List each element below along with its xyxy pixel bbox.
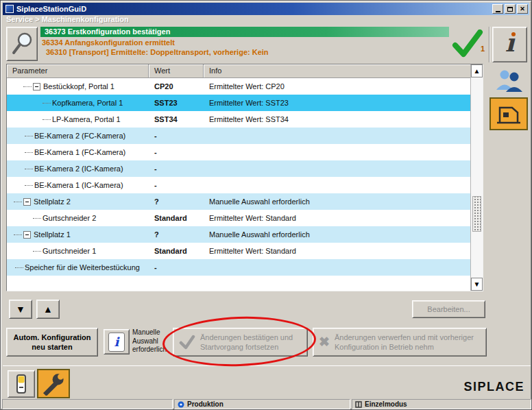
app-window: SiplaceStationGuiD Service > Maschinenko… [0,0,532,410]
status-production: Produktion [174,399,350,409]
scroll-up-button[interactable]: ▲ [471,64,483,77]
wert-value: SST23 [149,95,204,111]
info-value [204,177,471,193]
param-label: Stellplatz 2 [34,197,71,206]
einzelmodus-icon [355,401,362,408]
tree-line [25,136,33,136]
param-label: Stellplatz 1 [34,230,71,239]
tree-line [25,169,33,169]
param-label: Bestückkopf, Portal 1 [43,82,114,91]
x-icon: ✖ [319,334,330,351]
column-header-info[interactable]: Info [204,64,471,78]
tree-line [15,267,23,268]
param-label: Speicher für die Weiterbestückung [25,263,140,272]
minimize-button[interactable] [492,4,503,14]
wert-value: SST34 [149,111,204,128]
wert-value: - [149,144,204,160]
message-banner: 36373 Erstkonfiguration bestätigen [40,27,449,37]
column-header-wert[interactable]: Wert [149,64,204,78]
users-icon [494,68,524,93]
confirm-check-icon [452,29,483,58]
table-row[interactable]: Stellplatz 1 ? Manuelle Auswahl erforder… [7,226,471,243]
tree-line [43,103,51,104]
station-icon [494,101,523,126]
wert-value: Standard [149,243,204,259]
manual-info-button[interactable]: i [104,329,130,354]
station-config-button[interactable] [489,97,528,130]
wert-value: - [149,259,204,276]
collapse-icon[interactable] [33,83,40,91]
info-value: Ermittelter Wert: Standard [204,210,471,226]
table-row[interactable]: LP-Kamera, Portal 1 SST34 Ermittelter We… [7,111,471,128]
info-value: Manuelle Auswahl erforderlich [204,193,471,210]
table-row[interactable]: BE-Kamera 2 (FC-Kamera) - [7,128,471,144]
tree-line [33,218,41,219]
siplace-logo: SIPLACE [463,380,524,394]
down-triangle-icon: ▼ [16,304,25,315]
divider [489,27,490,62]
table-body: Bestückkopf, Portal 1 CP20 Ermittelter W… [7,78,471,291]
table-row[interactable]: BE-Kamera 2 (IC-Kamera) - [7,160,471,177]
table-row[interactable]: Speicher für die Weiterbestückung - [7,259,471,276]
wert-value: - [149,177,204,193]
wert-value: Standard [149,210,204,226]
scroll-thumb[interactable] [472,196,481,232]
info-value: Ermittelter Wert: SST23 [204,95,471,111]
title-bar[interactable]: SiplaceStationGuiD [3,3,529,15]
service-tab-button[interactable] [37,369,70,398]
table-row[interactable]: Bestückkopf, Portal 1 CP20 Ermittelter W… [7,78,471,95]
maximize-button[interactable] [505,4,516,14]
operators-button[interactable] [492,67,527,94]
info-value [204,128,471,144]
magnifier-button[interactable] [6,27,38,61]
table-row[interactable]: BE-Kamera 1 (FC-Kamera) - [7,144,471,160]
setup-tab-button[interactable] [8,370,35,398]
minimize-icon [496,11,500,12]
collapse-icon[interactable] [23,198,31,206]
close-button[interactable] [517,4,528,14]
scrollbar-track[interactable]: ▲ ▼ [470,64,483,291]
row-up-button[interactable]: ▲ [36,300,60,319]
check-count: 1 [481,45,485,53]
confirm-changes-button[interactable]: Änderungen bestätigen und Startvorgang f… [173,328,308,357]
status-empty [2,399,173,409]
wrench-icon [42,372,65,396]
app-icon [5,5,14,13]
param-label: BE-Kamera 2 (IC-Kamera) [34,165,123,173]
status-mode: Einzelmodus [352,399,531,409]
param-label: BE-Kamera 1 (IC-Kamera) [34,181,123,189]
produktion-icon [178,401,184,408]
collapse-icon[interactable] [23,231,31,239]
info-value: Ermittelter Wert: SST34 [204,111,471,128]
param-label: Gurtschneider 1 [43,247,96,255]
bottom-bar [3,365,531,398]
scroll-down-button[interactable]: ▼ [471,278,483,291]
up-triangle-icon: ▲ [43,304,53,315]
info-value: Ermittelter Wert: CP20 [204,78,471,95]
wert-value: ? [149,193,204,210]
edit-button[interactable]: Bearbeiten... [412,300,485,318]
info-button[interactable]: ı [492,27,527,62]
row-down-button[interactable]: ▼ [9,300,32,319]
param-label: LP-Kamera, Portal 1 [52,115,121,123]
status-mode-label: Einzelmodus [365,400,407,408]
param-label: Kopfkamera, Portal 1 [52,99,123,107]
discard-changes-button[interactable]: ✖ Änderungen verwerfen und mit vorherige… [313,328,487,357]
tree-line [14,202,22,202]
table-row[interactable]: Gurtschneider 1 Standard Ermittelter Wer… [7,243,471,259]
table-row-selected[interactable]: Kopfkamera, Portal 1 SST23 Ermittelter W… [7,95,471,111]
parameter-table: Parameter Wert Info Bestückkopf, Portal … [6,64,483,291]
maximize-icon [507,7,513,12]
message-line-2: 36334 Anfangskonfiguration ermittelt [42,38,175,47]
breadcrumb: Service > Maschinenkonfiguration [3,15,529,25]
table-row[interactable]: Stellplatz 2 ? Manuelle Auswahl erforder… [7,193,471,210]
restart-config-button[interactable]: Autom. Konfiguration neu starten [6,328,98,357]
table-header: Parameter Wert Info [7,64,471,78]
tree-line [14,234,22,235]
tree-line [33,251,41,252]
param-label: BE-Kamera 2 (FC-Kamera) [34,132,125,140]
table-row[interactable]: BE-Kamera 1 (IC-Kamera) - [7,177,471,193]
column-header-parameter[interactable]: Parameter [7,64,149,78]
table-row[interactable]: Gurtschneider 2 Standard Ermittelter Wer… [7,210,471,226]
magnifier-icon [10,31,34,57]
